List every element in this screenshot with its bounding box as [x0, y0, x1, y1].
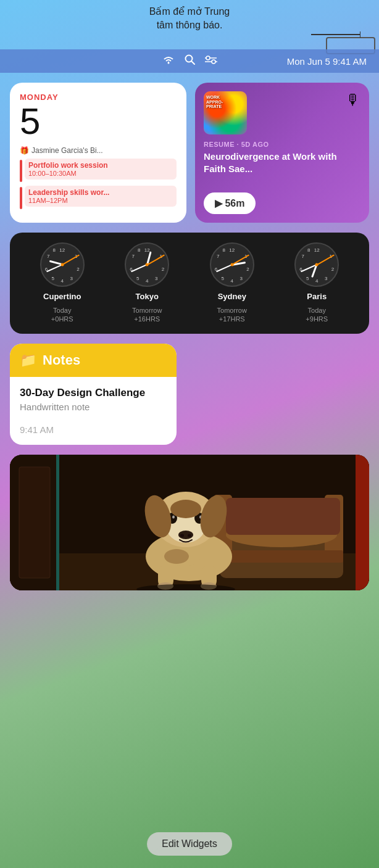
notes-timestamp: 9:41 AM: [20, 424, 167, 435]
svg-point-39: [164, 549, 189, 564]
controls-icon: [205, 55, 217, 67]
sydney-center-dot: [230, 263, 233, 267]
cal-event-bar-2: [20, 187, 22, 209]
paris-center-dot: [315, 263, 319, 267]
notes-note-subtitle: Handwritten note: [20, 402, 167, 412]
cal-day-label: MONDAY: [20, 93, 177, 102]
sydney-city: Sydney: [218, 292, 246, 301]
calendar-widget[interactable]: MONDAY 5 🎁 Jasmine Garcia's Bi... Portfo…: [10, 83, 186, 223]
wifi-icon: [162, 56, 175, 67]
search-icon: [185, 54, 195, 68]
clock-face-cupertino: 12 1 2 3 4 5 6 7 8: [40, 242, 85, 287]
photo-widget[interactable]: [10, 455, 369, 590]
cupertino-info: Today+0HRS: [51, 306, 73, 324]
clock-face-tokyo: 12 1 2 3 4 5 6 7 8: [125, 242, 169, 287]
cal-event-title-1: Portfolio work session: [28, 161, 173, 170]
clock-sydney: 12 1 2 3 4 5 6 7 8 Sydney Tomorrow+17: [210, 242, 254, 324]
svg-line-2: [191, 61, 194, 64]
widgets-area: MONDAY 5 🎁 Jasmine Garcia's Bi... Portfo…: [0, 73, 379, 600]
cal-event-1: Portfolio work session 10:00–10:30AM: [20, 159, 177, 182]
svg-rect-20: [356, 455, 369, 590]
cal-event-content-2: Leadership skills wor... 11AM–12PM: [25, 186, 177, 207]
cal-event-bar-1: [20, 160, 22, 182]
podcast-top: WORKAPPRO-PRIATE 🎙: [204, 91, 360, 134]
notes-folder-icon: 📁: [20, 352, 36, 368]
podcast-play-button[interactable]: ▶ 56m: [204, 192, 256, 214]
tooltip-line1: Bấm để mở Trung: [0, 5, 379, 19]
podcast-duration: ▶ 56m: [215, 197, 244, 209]
paris-city: Paris: [307, 292, 327, 301]
cal-birthday-event: 🎁 Jasmine Garcia's Bi...: [20, 146, 177, 155]
svg-point-29: [172, 515, 175, 518]
cupertino-second-hand: [62, 254, 79, 265]
svg-rect-18: [19, 467, 50, 578]
tooltip-area: Bấm để mở Trung tâm thông báo.: [0, 0, 379, 35]
tokyo-minute-hand: [131, 264, 147, 272]
clock-widget[interactable]: 12 1 2 3 4 5 6 7 8 Cupertino Today+0H: [10, 233, 369, 334]
cupertino-city: Cupertino: [43, 292, 81, 301]
tooltip-indicator: [311, 34, 360, 35]
notes-content: 30-Day Design Challenge Handwritten note…: [10, 377, 177, 445]
clock-paris: 12 1 2 3 4 5 6 7 8 Paris Today+9HRS: [294, 242, 339, 324]
status-datetime: Mon Jun 5 9:41 AM: [287, 56, 367, 67]
cal-event-2: Leadership skills wor... 11AM–12PM: [20, 186, 177, 209]
clock-face-paris: 12 1 2 3 4 5 6 7 8: [294, 242, 339, 287]
cal-event-content-1: Portfolio work session 10:00–10:30AM: [25, 159, 177, 180]
svg-point-26: [180, 534, 184, 537]
notes-note-title: 30-Day Design Challenge: [20, 387, 167, 399]
svg-rect-14: [220, 550, 343, 563]
row-1: MONDAY 5 🎁 Jasmine Garcia's Bi... Portfo…: [10, 83, 369, 223]
clock-cupertino: 12 1 2 3 4 5 6 7 8 Cupertino Today+0H: [40, 242, 85, 324]
cal-event-title-2: Leadership skills wor...: [28, 188, 173, 197]
svg-rect-19: [56, 455, 59, 590]
notes-title: Notes: [43, 352, 80, 368]
paris-second-hand: [317, 254, 334, 265]
clock-tokyo: 12 1 2 3 4 5 6 7 8 Tokyo Tomorrow+16H: [125, 242, 169, 324]
paris-info: Today+9HRS: [306, 306, 328, 324]
svg-point-0: [167, 62, 169, 64]
tooltip-line2: tâm thông báo.: [0, 19, 379, 32]
clock-face-sydney: 12 1 2 3 4 5 6 7 8: [210, 242, 254, 287]
cupertino-center-dot: [60, 263, 64, 267]
svg-point-6: [212, 60, 215, 64]
podcast-artwork-text: WORKAPPRO-PRIATE: [206, 95, 223, 109]
tokyo-info: Tomorrow+16HRS: [132, 306, 162, 324]
cal-date-number: 5: [20, 103, 177, 140]
notes-header: 📁 Notes: [10, 344, 177, 377]
cal-event-time-1: 10:00–10:30AM: [28, 170, 173, 177]
svg-point-3: [206, 56, 210, 60]
tokyo-city: Tokyo: [136, 292, 159, 301]
dog-scene: [10, 455, 369, 590]
podcast-artwork: WORKAPPRO-PRIATE: [204, 91, 247, 134]
status-bar: Mon Jun 5 9:41 AM: [0, 49, 379, 73]
sydney-info: Tomorrow+17HRS: [217, 306, 247, 324]
cal-event-time-2: 11AM–12PM: [28, 197, 173, 204]
sydney-minute-hand: [216, 264, 232, 272]
notes-widget[interactable]: 📁 Notes 30-Day Design Challenge Handwrit…: [10, 344, 177, 445]
dog-svg: [10, 455, 369, 590]
svg-rect-16: [226, 498, 340, 535]
podcast-resume-label: RESUME · 5D AGO: [204, 141, 360, 148]
podcast-title: Neurodivergence at Work with Faith Sae..…: [204, 151, 360, 192]
podcast-app-icon: 🎙: [346, 91, 360, 109]
birthday-text: Jasmine Garcia's Bi...: [31, 146, 103, 155]
edit-widgets-button[interactable]: Edit Widgets: [147, 832, 232, 856]
svg-point-27: [188, 534, 191, 537]
svg-point-34: [170, 500, 201, 518]
cupertino-minute-hand: [46, 264, 62, 272]
birthday-icon: 🎁: [20, 146, 29, 155]
tokyo-center-dot: [146, 263, 149, 267]
podcast-widget[interactable]: WORKAPPRO-PRIATE 🎙 RESUME · 5D AGO Neuro…: [195, 83, 369, 223]
